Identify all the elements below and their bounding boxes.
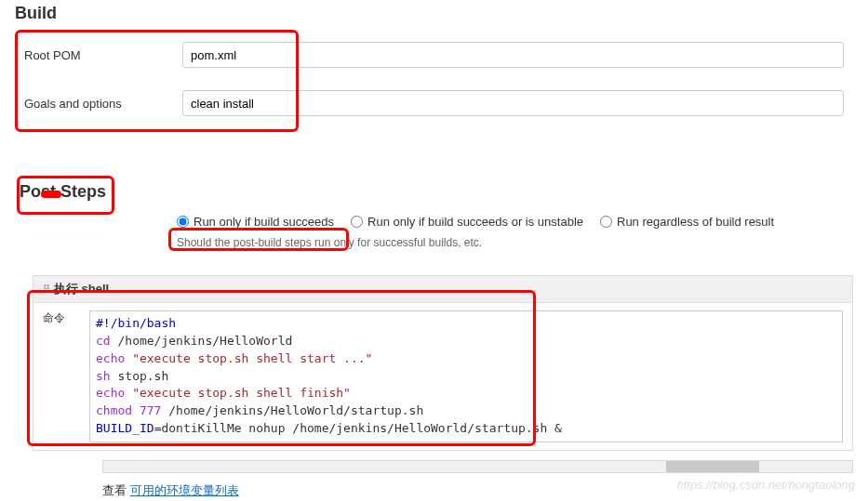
env-vars-link[interactable]: 可用的环境变量列表 (130, 483, 239, 497)
radio-unstable-label: Run only if build succeeds or is unstabl… (367, 215, 583, 229)
radio-regardless[interactable]: Run regardless of build result (600, 215, 774, 229)
execute-shell-title: 执行 shell (54, 281, 109, 297)
horizontal-scrollbar[interactable] (102, 460, 853, 473)
radio-regardless-label: Run regardless of build result (617, 215, 774, 229)
env-vars-text-prefix: 查看 (102, 483, 130, 497)
execute-shell-block: ⠿ 执行 shell 命令 #!/bin/bash cd /home/jenki… (33, 275, 853, 451)
radio-succeeds-label: Run only if build succeeds (194, 215, 334, 229)
execute-shell-header[interactable]: ⠿ 执行 shell (33, 276, 852, 303)
goals-label: Goals and options (24, 97, 182, 111)
goals-row: Goals and options (0, 79, 868, 127)
post-steps-help-text: Should the post-build steps run only for… (0, 232, 868, 253)
build-section-title: Build (0, 0, 868, 31)
radio-succeeds[interactable]: Run only if build succeeds (177, 215, 334, 229)
env-vars-footer: 查看 可用的环境变量列表 (0, 473, 868, 499)
radio-succeeds-input[interactable] (177, 216, 189, 228)
goals-input[interactable] (182, 90, 844, 116)
radio-unstable[interactable]: Run only if build succeeds or is unstabl… (351, 215, 583, 229)
root-pom-row: Root POM (0, 31, 868, 79)
post-steps-radio-row: Run only if build succeeds Run only if b… (0, 209, 868, 232)
radio-regardless-input[interactable] (600, 216, 612, 228)
post-steps-title: Post Steps (0, 178, 868, 209)
root-pom-label: Root POM (24, 48, 182, 62)
shell-command-label: 命令 (43, 310, 89, 442)
scrollbar-thumb[interactable] (666, 461, 759, 472)
root-pom-input[interactable] (182, 42, 844, 68)
radio-unstable-input[interactable] (351, 216, 363, 228)
shell-command-textarea[interactable]: #!/bin/bash cd /home/jenkins/HelloWorld … (89, 310, 843, 442)
drag-handle-icon[interactable]: ⠿ (43, 283, 48, 296)
